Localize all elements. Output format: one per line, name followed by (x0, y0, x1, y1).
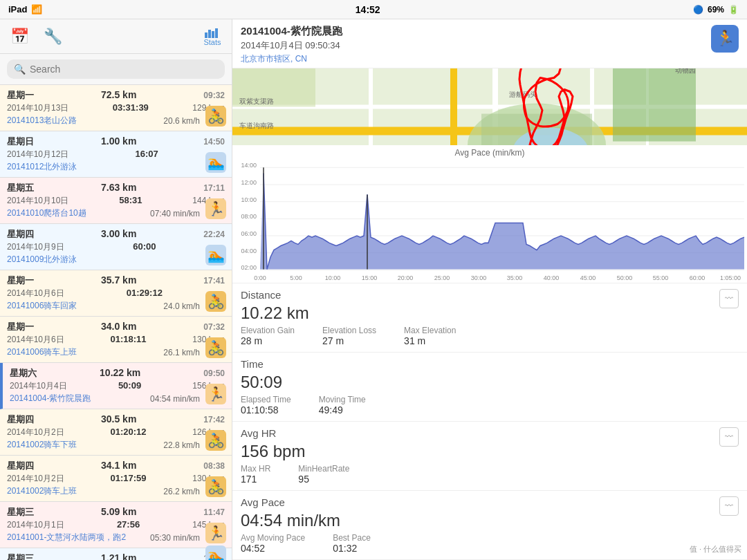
activity-link[interactable]: 20141010爬塔台10趟 (7, 207, 86, 219)
stats-label: Stats (203, 38, 221, 46)
svg-text:04:00: 04:00 (241, 248, 257, 254)
wifi-icon: 📶 (31, 4, 42, 15)
svg-text:动物园: 动物园 (675, 68, 696, 74)
sport-icon: 🚴 (205, 291, 226, 312)
sport-icon: 🚴 (205, 337, 226, 358)
settings-icon[interactable]: 🔧 (40, 24, 65, 49)
distance-row: Distance 10.22 km Elevation Gain 28 m El… (241, 289, 739, 346)
stats-button[interactable]: Stats (200, 24, 225, 49)
activity-item[interactable]: 星期四 3.00 km 22:24 2014年10月9日 60:00 20141… (0, 224, 232, 270)
svg-text:30:00: 30:00 (471, 274, 486, 281)
activity-list[interactable]: 星期一 72.5 km 09:32 2014年10月13日 03:31:39 1… (0, 85, 232, 560)
activity-link[interactable]: 20141004-紫竹院晨跑 (10, 393, 91, 404)
watermark: 值 · 什么值得买 (690, 544, 741, 554)
activity-item[interactable]: 星期三 5.09 km 11:47 2014年10月1日 27:56 145 b… (0, 502, 232, 548)
activity-link[interactable]: 20141009北外游泳 (7, 254, 77, 265)
activity-date: 2014年10月10日 (7, 195, 68, 207)
pace-sub-row: Avg Moving Pace 04:52 Best Pace 01:32 (241, 533, 371, 554)
time-of-day: 09:50 (203, 368, 225, 378)
activity-item[interactable]: 星期六 10.22 km 09:50 2014年10月4日 50:09 156 … (0, 363, 232, 409)
distance-label: Distance (241, 289, 456, 301)
svg-text:45:00: 45:00 (580, 274, 596, 281)
activity-link[interactable]: 20141006骑车上班 (7, 346, 77, 358)
svg-rect-17 (613, 68, 696, 142)
svg-text:10:00: 10:00 (241, 196, 257, 203)
activity-link[interactable]: 20141006骑车回家 (7, 300, 77, 312)
svg-text:双紫支渠路: 双紫支渠路 (239, 97, 274, 105)
activity-item[interactable]: 星期日 1.00 km 14:50 2014年10月12日 16:07 2014… (0, 131, 232, 178)
speed: 20.6 km/h (163, 116, 200, 126)
pace-label: Avg Pace (241, 496, 371, 508)
svg-text:08:00: 08:00 (241, 213, 257, 220)
activity-header: 20141004-紫竹院晨跑 2014年10月4日 09:50:34 北京市市辖… (232, 19, 747, 68)
max-elev: Max Elevation 31 m (404, 326, 456, 346)
pace-chart: 14:00 12:00 10:00 08:00 06:00 04:00 02:0… (232, 159, 747, 283)
time-of-day: 14:50 (203, 137, 225, 147)
duration: 50:09 (118, 380, 141, 391)
svg-text:车道沟南路: 车道沟南路 (239, 122, 274, 129)
activity-item[interactable]: 星期四 30.5 km 17:42 2014年10月2日 01:20:12 12… (0, 409, 232, 456)
elapsed-time: Elapsed Time 01:10:58 (241, 395, 291, 416)
activity-date: 2014年10月1日 (7, 519, 64, 531)
day-label: 星期一 (7, 274, 34, 287)
speed: 05:30 min/km (150, 533, 200, 543)
svg-text:55:00: 55:00 (653, 274, 668, 281)
pace-value: 04:54 min/km (241, 511, 371, 530)
time-of-day: 17:42 (203, 415, 225, 424)
chart-container: Avg Pace (min/km) 14:00 12:00 10:00 08:0… (232, 145, 747, 283)
sport-icon: 🚴 (205, 476, 226, 497)
sport-icon: 🚴 (205, 430, 226, 451)
pace-block: Avg Pace 04:54 min/km Avg Moving Pace 04… (241, 496, 371, 554)
duration: 27:56 (117, 519, 140, 530)
svg-text:20:00: 20:00 (398, 274, 413, 281)
time-display: 14:52 (356, 4, 380, 15)
pace-expand-icon[interactable]: 〰 (719, 496, 739, 516)
activity-title: 20141004-紫竹院晨跑 (241, 25, 342, 38)
duration: 01:18:11 (110, 334, 146, 344)
activity-item[interactable]: 星期五 7.63 km 17:11 2014年10月10日 58:31 144 … (0, 178, 232, 224)
bluetooth-icon: 🔵 (693, 5, 703, 15)
activity-item[interactable]: 星期四 34.1 km 08:38 2014年10月2日 01:17:59 13… (0, 456, 232, 502)
time-of-day: 11:47 (203, 507, 225, 517)
duration: 01:29:12 (127, 288, 163, 298)
elevation-row: Elevation Gain 28 m Elevation Loss 27 m … (241, 326, 456, 346)
distance: 34.1 km (101, 460, 136, 471)
elev-gain: Elevation Gain 28 m (241, 326, 295, 346)
activity-link[interactable]: 20141002骑车上班 (7, 485, 77, 497)
sport-icon: 🏊 (205, 245, 226, 265)
duration: 01:20:12 (110, 427, 146, 437)
speed: 22.8 km/h (163, 440, 200, 450)
battery-label: 69% (708, 5, 724, 15)
activity-date: 2014年10月6日 (7, 288, 64, 299)
calendar-icon[interactable]: 📅 (7, 24, 32, 49)
activity-item[interactable]: 星期一 35.7 km 17:41 2014年10月6日 01:29:12 20… (0, 270, 232, 317)
svg-text:5:00: 5:00 (290, 274, 302, 281)
activity-item[interactable]: 星期三 1.21 km 11:02 🏊 (0, 548, 232, 560)
activity-date: 2014年10月9日 (7, 241, 64, 253)
hr-expand-icon[interactable]: 〰 (719, 427, 739, 447)
activity-link[interactable]: 20141012北外游泳 (7, 161, 77, 173)
activity-date: 2014年10月6日 (7, 334, 64, 346)
activity-item[interactable]: 星期一 34.0 km 07:32 2014年10月6日 01:18:11 13… (0, 317, 232, 363)
sport-icon: 🏊 (205, 152, 226, 173)
hr-sub-row: Max HR 171 MinHeartRate 95 (241, 464, 349, 485)
device-label: iPad (8, 4, 27, 15)
run-type-icon[interactable]: 🏃 (711, 25, 739, 53)
time-value: 50:09 (241, 373, 739, 392)
avg-moving-pace: Avg Moving Pace 04:52 (241, 533, 305, 554)
svg-text:1:05:00: 1:05:00 (720, 274, 741, 281)
distance-value: 10.22 km (241, 304, 456, 323)
elevation-expand-icon[interactable]: 〰 (719, 289, 739, 308)
search-input[interactable] (30, 64, 218, 75)
activity-link[interactable]: 20141013老山公路 (7, 115, 77, 127)
duration: 16:07 (136, 149, 158, 159)
activity-link[interactable]: 20141002骑车下班 (7, 439, 77, 451)
activity-link[interactable]: 20141001-文慧河水陆两项，跑2 (7, 532, 126, 543)
sport-icon: 🏃 (205, 523, 226, 543)
time-of-day: 08:38 (203, 461, 225, 471)
activity-date: 2014年10月2日 (7, 473, 64, 485)
search-wrap[interactable]: 🔍 (7, 59, 225, 79)
map-svg: 车道沟 双紫支渠路 车道沟南路 紫竹院路路 玉寿寺路 游船码头 北辛村 法律信息… (232, 68, 747, 145)
activity-date: 2014年10月12日 (7, 149, 68, 160)
activity-item[interactable]: 星期一 72.5 km 09:32 2014年10月13日 03:31:39 1… (0, 85, 232, 131)
